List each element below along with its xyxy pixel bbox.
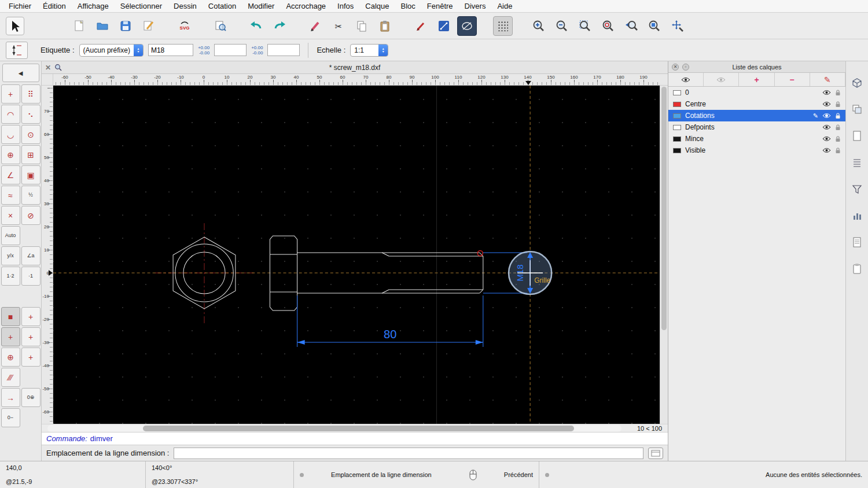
snap-center[interactable]: ⊙ <box>21 125 41 144</box>
edit-drawing-button[interactable] <box>139 16 159 36</box>
pen-edit-button[interactable] <box>306 16 325 36</box>
zoom-out-button[interactable] <box>552 16 572 36</box>
menu-item[interactable]: Édition <box>43 2 66 10</box>
layer-row[interactable]: 0 ✎ <box>668 87 845 98</box>
layer-visibility-icon[interactable] <box>822 101 831 107</box>
horizontal-scrollbar-thumb[interactable] <box>143 426 574 431</box>
redo-button[interactable] <box>270 16 289 36</box>
snap-point[interactable]: ·1 <box>21 267 41 286</box>
zoom-previous-button[interactable] <box>621 16 641 36</box>
restrict-off[interactable]: + <box>1 327 20 346</box>
layer-visibility-icon[interactable] <box>822 124 831 130</box>
library-browser-panel-button[interactable] <box>848 207 866 224</box>
hatch-mode[interactable]: ⁄⁄⁄ <box>1 368 20 387</box>
ellipse-tool-button[interactable] <box>457 16 477 36</box>
paste-button[interactable] <box>375 16 395 36</box>
relative-zero-locked[interactable]: 0⊕ <box>21 388 41 407</box>
prompt-input[interactable] <box>174 448 643 459</box>
zoom-window-button[interactable] <box>598 16 618 36</box>
command-line-panel-button[interactable] <box>848 234 866 251</box>
prefix-select[interactable]: (Aucun préfixe) ▲▼ <box>79 44 144 57</box>
zoom-in-button[interactable] <box>529 16 549 36</box>
zoom-auto-button[interactable] <box>575 16 595 36</box>
snap-distance-point[interactable]: 1·2 <box>1 267 20 286</box>
dimension-vertical-tool-icon[interactable] <box>6 42 28 59</box>
vertical-scrollbar-thumb[interactable] <box>661 87 667 330</box>
menu-item[interactable]: Fichier <box>9 2 31 10</box>
snap-tangential[interactable]: ∠ <box>1 165 20 184</box>
menu-item[interactable]: Dessin <box>174 2 197 10</box>
set-relative-zero[interactable]: → <box>1 388 20 407</box>
menu-item[interactable]: Calque <box>365 2 389 10</box>
restrict-vertical[interactable]: + <box>21 327 41 346</box>
hide-all-layers-button[interactable] <box>704 73 739 86</box>
property-editor-panel-button[interactable] <box>848 74 866 91</box>
menu-item[interactable]: Bloc <box>400 2 415 10</box>
snap-auto-mode[interactable]: Auto <box>1 226 20 245</box>
layer-row[interactable]: Cotations ✎ <box>668 110 845 121</box>
save-file-button[interactable] <box>116 16 135 36</box>
open-file-button[interactable] <box>93 16 112 36</box>
cut-button[interactable]: ✂ <box>329 16 348 36</box>
new-file-button[interactable] <box>69 16 89 36</box>
snap-free[interactable]: + <box>1 84 20 103</box>
echelle-select[interactable]: 1:1 ▲▼ <box>350 44 388 57</box>
layer-visibility-icon[interactable] <box>822 136 831 142</box>
snap-middle-manual[interactable]: + <box>21 347 41 367</box>
snap-angle[interactable]: ∠a <box>21 246 41 265</box>
snap-ratio[interactable]: ½ <box>21 186 41 205</box>
tab-zoom-icon[interactable] <box>54 64 62 72</box>
snap-grid[interactable]: ⠿ <box>21 84 41 103</box>
layer-lock-icon[interactable] <box>835 147 841 154</box>
zoom-pan-button[interactable] <box>668 16 687 36</box>
layer-lock-icon[interactable] <box>835 124 841 131</box>
drawing-canvas[interactable]: 80 M18 Grille <box>53 86 660 424</box>
add-layer-button[interactable]: + <box>739 73 774 86</box>
layer-lock-icon[interactable] <box>835 89 841 96</box>
layer-lock-icon[interactable] <box>835 135 841 142</box>
snap-distance[interactable]: ⊘ <box>21 206 41 225</box>
layer-list-panel-button[interactable] <box>848 101 866 118</box>
snap-intersection[interactable]: ≈ <box>1 186 20 205</box>
snap-auto[interactable]: ⊕ <box>1 145 20 164</box>
horizontal-scrollbar[interactable] <box>47 425 621 432</box>
line-tool-button[interactable] <box>434 16 454 36</box>
tolerance-upper-input[interactable] <box>214 44 247 56</box>
block-list-panel-button[interactable] <box>848 127 866 145</box>
layer-lock-icon[interactable] <box>835 112 841 119</box>
layer-row[interactable]: Mince ✎ <box>668 133 845 145</box>
svg-export-button[interactable]: SVG <box>175 16 194 36</box>
copy-button[interactable] <box>352 16 372 36</box>
snap-reference[interactable]: ⊞ <box>21 145 41 164</box>
menu-item[interactable]: Divers <box>465 2 486 10</box>
layer-row[interactable]: Centre ✎ <box>668 98 845 110</box>
snap-intersection-manual[interactable]: × <box>1 206 20 225</box>
snap-perpendicular[interactable]: ◡ <box>1 125 20 144</box>
relative-zero[interactable]: 0− <box>1 408 20 427</box>
snap-endpoints[interactable]: ◠ <box>1 105 20 124</box>
layer-visibility-icon[interactable] <box>822 90 831 95</box>
layer-visibility-icon[interactable] <box>822 113 831 119</box>
layer-lock-icon[interactable] <box>835 101 841 108</box>
menu-item[interactable]: Cotation <box>208 2 236 10</box>
menu-item[interactable]: Affichage <box>78 2 109 10</box>
menu-item[interactable]: Infos <box>337 2 354 10</box>
snap-middle[interactable]: ▣ <box>21 165 41 184</box>
lock-relative-zero[interactable]: ⊕ <box>1 347 20 367</box>
menu-item[interactable]: Sélectionner <box>120 2 162 10</box>
grid-toggle-button[interactable] <box>493 16 513 36</box>
layer-row[interactable]: Defpoints ✎ <box>668 121 845 133</box>
select-tool-button[interactable] <box>6 17 24 35</box>
label-value-input[interactable] <box>148 44 193 56</box>
menu-item[interactable]: Fenêtre <box>427 2 453 10</box>
zoom-selection-button[interactable] <box>645 16 664 36</box>
panel-float-icon[interactable]: ▫ <box>682 64 689 71</box>
snap-xy[interactable]: y/x <box>1 246 20 265</box>
selection-filter-panel-button[interactable] <box>848 180 866 198</box>
show-all-layers-button[interactable] <box>668 73 704 86</box>
snap-on-entity[interactable]: ⠢ <box>21 105 41 124</box>
vertical-scrollbar[interactable] <box>660 86 668 424</box>
remove-layer-button[interactable]: − <box>775 73 810 86</box>
clipboard-panel-button[interactable] <box>848 260 866 278</box>
draw-pen-button[interactable] <box>411 16 431 36</box>
